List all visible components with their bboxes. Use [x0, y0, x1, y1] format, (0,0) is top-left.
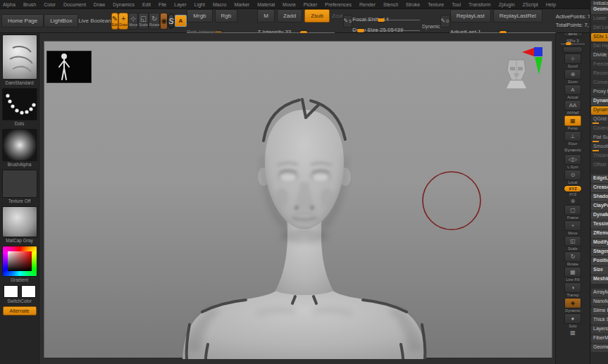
menu-item[interactable]: Preferences: [325, 2, 352, 7]
dock-row[interactable]: Tessimate: [591, 220, 608, 229]
dock-row[interactable]: Modify Topology: [591, 239, 608, 247]
menu-item[interactable]: Dynamics: [113, 2, 135, 7]
dock-row[interactable]: QGrid 0: [591, 115, 608, 124]
right-shelf-button[interactable]: ◁▷ L.Sym: [564, 154, 581, 169]
dock-row[interactable]: Stager: [591, 248, 608, 256]
menu-item[interactable]: Tool: [452, 2, 461, 7]
menu-item[interactable]: Material: [257, 2, 275, 7]
menu-item[interactable]: Texture: [428, 2, 444, 7]
current-stroke-selector[interactable]: Dots: [2, 88, 37, 127]
bpr-button[interactable]: BPR: [563, 33, 583, 37]
sculptris-pro-button[interactable]: S: [168, 13, 174, 29]
dynamic-draw-size-toggle[interactable]: Dynamic: [422, 24, 440, 29]
rgb-button[interactable]: Rgb: [215, 9, 238, 23]
right-shelf-button[interactable]: ⊥ Floor: [564, 131, 581, 146]
replay-settings-icon[interactable]: ✎D: [440, 15, 450, 27]
dock-row[interactable]: Divide: [591, 51, 608, 60]
thumbnail-preview[interactable]: [46, 51, 92, 83]
dock-row[interactable]: NanoMesh: [591, 298, 608, 306]
dock-row[interactable]: Convert BPR To Geo: [591, 79, 608, 87]
right-shelf-button[interactable]: ↻ Rotate: [564, 251, 581, 266]
right-shelf-button[interactable]: ⊕ Zoom: [564, 69, 581, 84]
secondary-color-swatch[interactable]: [21, 285, 36, 298]
dock-row[interactable]: EdgeLoop: [591, 175, 608, 183]
dock-row[interactable]: FiberMesh: [591, 334, 608, 343]
menu-item[interactable]: Color: [44, 2, 56, 7]
menu-item[interactable]: Transform: [469, 2, 491, 7]
menu-item[interactable]: ZScript: [523, 2, 538, 7]
menu-item[interactable]: Brush: [23, 2, 36, 7]
dock-row[interactable]: ShadowBox: [591, 193, 608, 201]
dock-row[interactable]: Initialize: [591, 1, 608, 5]
zcut-button[interactable]: Zcut: [332, 13, 343, 19]
stroke-settings-icon[interactable]: ✎S: [343, 15, 353, 27]
current-alpha-selector[interactable]: BrushAlpha: [2, 129, 37, 168]
dock-row[interactable]: Reconstruct Subdiv: [591, 70, 608, 78]
dock-row[interactable]: Size: [591, 266, 608, 275]
alternate-button[interactable]: Alternate: [3, 306, 37, 315]
menu-item[interactable]: Help: [546, 2, 556, 7]
dock-row[interactable]: Slime Bridge: [591, 307, 608, 315]
dock-row[interactable]: Crease: [591, 184, 608, 192]
rotate-button[interactable]: ↻ Rotate: [149, 13, 161, 30]
right-shelf-button[interactable]: ⊙ Local: [564, 170, 581, 184]
right-shelf-button[interactable]: ◑ Transp: [564, 282, 581, 297]
dock-row[interactable]: ZRemesher: [591, 230, 608, 238]
move-button[interactable]: ⊹ Move: [128, 13, 138, 30]
menu-item[interactable]: Stencil: [383, 2, 398, 7]
dock-row[interactable]: ClayPolish: [591, 202, 608, 211]
dock-row[interactable]: [591, 170, 608, 174]
draw-size-slider[interactable]: Draw Size 25.05439: [352, 22, 420, 31]
menu-item[interactable]: Layer: [174, 2, 187, 7]
switch-color-control[interactable]: SwitchColor: [2, 285, 37, 304]
canvas-area[interactable]: [39, 33, 555, 364]
dock-row[interactable]: Freeze SubDivision Levels: [591, 61, 608, 69]
camview-axis-icon[interactable]: [521, 45, 550, 76]
dock-row[interactable]: Coverage 1: [591, 125, 608, 133]
right-shelf-button[interactable]: BPR: [563, 46, 583, 53]
dock-row[interactable]: [591, 284, 608, 288]
dock-row[interactable]: Proxy Pose: [591, 88, 608, 96]
current-material-selector[interactable]: MatCap Gray: [2, 206, 37, 244]
adjust-last-slider[interactable]: AdjustLast 1: [450, 24, 556, 33]
right-shelf-button[interactable]: + Move: [564, 220, 581, 235]
current-brush-selector[interactable]: DamStandard: [2, 34, 37, 86]
menu-item[interactable]: Picker: [304, 2, 317, 7]
main-color-swatch[interactable]: [4, 285, 18, 298]
lightbox-button[interactable]: LightBox: [44, 14, 78, 27]
menu-item[interactable]: Zplugin: [499, 2, 515, 7]
replay-last-button[interactable]: ReplayLast: [450, 9, 491, 23]
right-shelf-button[interactable]: ◈ Dynamic: [564, 298, 581, 313]
zsub-button[interactable]: Zsub: [304, 9, 330, 23]
menu-item[interactable]: Movie: [283, 2, 296, 7]
live-boolean-button[interactable]: Live Boolean: [78, 18, 111, 24]
menu-item[interactable]: Light: [194, 2, 205, 7]
adaptive-toggle[interactable]: A: [175, 15, 187, 27]
right-shelf-button[interactable]: ▦ Persp: [564, 115, 581, 130]
dock-row[interactable]: Lower Res: [591, 15, 608, 23]
right-shelf-button[interactable]: ▦ Line Fill: [564, 267, 581, 282]
m-button[interactable]: M: [257, 9, 275, 23]
dock-row[interactable]: Flat Subdiv 0: [591, 134, 608, 142]
dock-row[interactable]: ArrayMesh: [591, 289, 608, 297]
mrgb-button[interactable]: Mrgb: [187, 9, 212, 23]
dock-row[interactable]: Thick Skin: [591, 316, 608, 325]
dock-row[interactable]: Dynamic Subdiv: [591, 97, 608, 106]
z-intensity-slider[interactable]: Z Intensity 33: [257, 24, 335, 33]
right-shelf-button[interactable]: XYZ XYZ: [564, 185, 582, 196]
menu-item[interactable]: File: [159, 2, 166, 7]
dock-row[interactable]: Dynamic: [591, 106, 608, 115]
edit-button[interactable]: ✎ Edit: [111, 13, 119, 30]
menu-item[interactable]: Document: [63, 2, 86, 7]
color-picker[interactable]: Gradient: [2, 246, 37, 283]
menu-item[interactable]: Render: [359, 2, 376, 7]
dock-row[interactable]: Position: [591, 257, 608, 265]
spix-slider[interactable]: SPix 3: [561, 39, 585, 44]
dock-row[interactable]: MeshIntegrity: [591, 275, 608, 284]
right-shelf-button[interactable]: ◱ Scale: [564, 236, 581, 251]
dock-row[interactable]: Offset: [591, 161, 608, 170]
current-texture-selector[interactable]: Texture Off: [2, 170, 37, 204]
dock-row[interactable]: DynaMesh: [591, 211, 608, 220]
home-page-button[interactable]: Home Page: [1, 14, 44, 27]
document[interactable]: [44, 41, 552, 358]
